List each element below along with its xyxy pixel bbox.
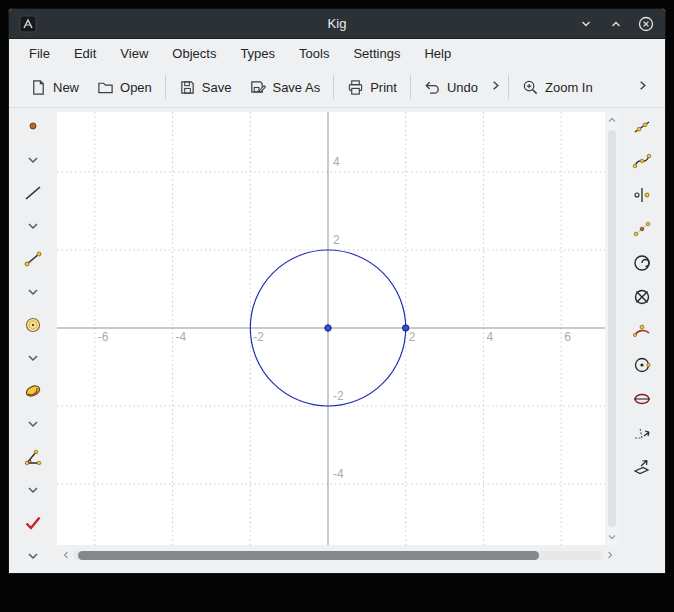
print-button[interactable]: Print [338,73,406,102]
menu-objects[interactable]: Objects [170,43,218,64]
center-point[interactable] [325,325,331,331]
point-tool-icon [23,117,43,137]
right-tool-point-on-object[interactable] [624,178,660,212]
chevron-down-icon [25,416,41,432]
menubar: File Edit View Objects Types Tools Setti… [9,39,665,67]
ellipse-axis-icon [632,389,652,409]
print-label: Print [370,80,397,95]
titlebar[interactable]: Kig [9,9,665,39]
right-tool-arc[interactable] [624,314,660,348]
right-tool-hide-object[interactable] [624,280,660,314]
open-button[interactable]: Open [88,73,161,102]
scroll-right-button[interactable] [603,547,617,563]
line-by-points-icon [632,117,652,137]
zoom-in-icon [522,79,539,96]
conic-tool-icon [23,381,43,401]
menu-help[interactable]: Help [422,43,453,64]
rotate-icon [632,423,652,443]
menu-view[interactable]: View [118,43,150,64]
right-tool-circle-by-center[interactable] [624,348,660,382]
right-tool-ellipse[interactable] [624,382,660,416]
menu-file[interactable]: File [27,43,52,64]
kig-app-icon [19,15,37,33]
right-tool-spiral[interactable] [624,246,660,280]
vertical-scroll-thumb[interactable] [608,130,616,527]
horizontal-scrollbar[interactable] [57,548,619,562]
left-tool-point[interactable] [16,110,50,143]
toolbar-separator [333,75,334,99]
left-expander-point[interactable] [16,143,50,176]
circle-tool-icon [23,315,43,335]
right-tool-rotate[interactable] [624,416,660,450]
left-expander-conic[interactable] [16,407,50,440]
window-controls [577,15,655,33]
radius-point[interactable] [403,325,409,331]
geometry-canvas[interactable]: -6 -4 -2 2 4 6 4 2 -2 -4 [57,112,605,545]
save-as-icon [249,79,266,96]
left-expander-angle[interactable] [16,473,50,506]
undo-button[interactable]: Undo [415,73,487,102]
zoom-in-button[interactable]: Zoom In [513,73,602,102]
new-button[interactable]: New [21,73,88,102]
left-expander-line[interactable] [16,209,50,242]
scroll-up-button[interactable] [605,112,619,128]
main-area: -6 -4 -2 2 4 6 4 2 -2 -4 [9,108,665,573]
vertical-scrollbar[interactable] [605,112,619,545]
undo-icon [424,79,441,96]
left-tool-line[interactable] [16,176,50,209]
close-circle-icon [638,16,654,32]
scroll-down-button[interactable] [605,529,619,545]
scroll-left-button[interactable] [59,547,73,563]
left-expander-segment[interactable] [16,275,50,308]
chevron-right-icon [489,79,502,92]
left-tool-test[interactable] [16,506,50,539]
left-expander-test[interactable] [16,539,50,572]
chevron-up-icon [609,17,623,31]
chevron-down-icon [25,350,41,366]
angle-tool-icon [23,447,43,467]
toolbar-separator [410,75,411,99]
maximize-button[interactable] [607,15,625,33]
x-tick-label: 2 [409,330,416,344]
chevron-down-icon [25,482,41,498]
minimize-button[interactable] [577,15,595,33]
point-on-object-icon [632,185,652,205]
left-tool-circle[interactable] [16,308,50,341]
spiral-icon [632,253,652,273]
y-tick-label: -4 [333,467,344,481]
save-icon [179,79,196,96]
chevron-up-icon [607,115,617,125]
left-tool-segment[interactable] [16,242,50,275]
menu-edit[interactable]: Edit [72,43,98,64]
x-tick-label: -6 [98,330,109,344]
coordinate-plane[interactable]: -6 -4 -2 2 4 6 4 2 -2 -4 [57,112,605,545]
chevron-down-icon [25,284,41,300]
toolbar-separator [508,75,509,99]
right-tool-transform[interactable] [624,450,660,484]
undo-dropdown-chevron-icon[interactable] [487,75,504,99]
menu-tools[interactable]: Tools [297,43,331,64]
menu-settings[interactable]: Settings [351,43,402,64]
x-tick-label: 6 [564,330,571,344]
transform-polygon-icon [632,457,652,477]
chevron-right-icon [605,550,615,560]
save-as-button[interactable]: Save As [240,73,329,102]
right-tool-curve-by-points[interactable] [624,144,660,178]
left-expander-circle[interactable] [16,341,50,374]
close-button[interactable] [637,15,655,33]
segment-tool-icon [23,249,43,269]
x-tick-label: 4 [486,330,493,344]
left-tool-conic[interactable] [16,374,50,407]
toolbar-overflow-chevron-icon[interactable] [634,75,651,99]
y-tick-label: 4 [333,155,340,169]
kig-window: Kig File Edit Vie [8,8,666,574]
horizontal-scroll-thumb[interactable] [78,551,539,560]
right-tool-line-by-points[interactable] [624,110,660,144]
chevron-down-icon [25,218,41,234]
menu-types[interactable]: Types [238,43,277,64]
horizontal-scroll-track[interactable] [73,551,603,560]
print-icon [347,79,364,96]
right-tool-midpoint[interactable] [624,212,660,246]
save-button[interactable]: Save [170,73,241,102]
left-tool-angle[interactable] [16,440,50,473]
